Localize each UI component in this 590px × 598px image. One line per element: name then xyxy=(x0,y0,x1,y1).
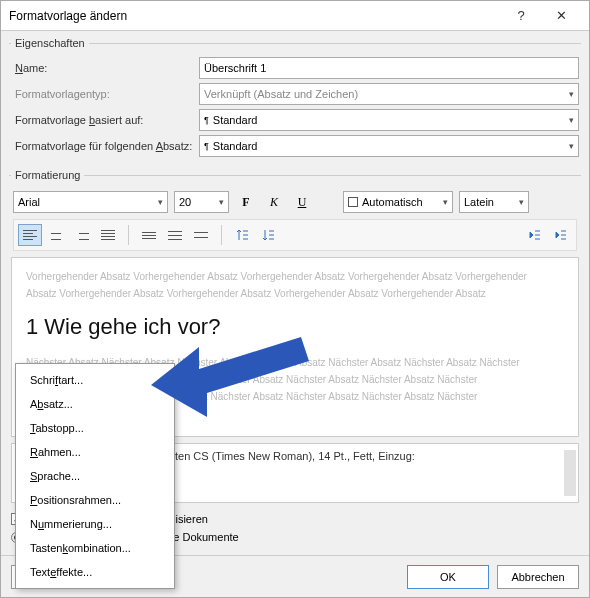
nextstyle-combo[interactable]: ¶ Standard ▾ xyxy=(199,135,579,157)
paragraph-icon: ¶ xyxy=(204,141,209,151)
format-menu-item[interactable]: Positionsrahmen... xyxy=(16,488,174,512)
align-left-button[interactable] xyxy=(18,224,42,246)
chevron-down-icon: ▾ xyxy=(443,197,448,207)
paragraph-icon: ¶ xyxy=(204,115,209,125)
align-justify-button[interactable] xyxy=(96,224,120,246)
chevron-down-icon: ▾ xyxy=(158,197,163,207)
preview-heading: 1 Wie gehe ich vor? xyxy=(26,314,564,340)
type-combo[interactable]: Verknüpft (Absatz und Zeichen) ▾ xyxy=(199,83,579,105)
format-menu-item[interactable]: Tabstopp... xyxy=(16,416,174,440)
para-space-increase-button[interactable] xyxy=(230,224,254,246)
chevron-down-icon: ▾ xyxy=(219,197,224,207)
font-family-combo[interactable]: Arial ▾ xyxy=(13,191,168,213)
indent-decrease-button[interactable] xyxy=(522,224,546,246)
properties-group: Eigenschaften Name: Formatvorlagentyp: V… xyxy=(9,37,581,163)
align-right-button[interactable] xyxy=(70,224,94,246)
basedon-label: Formatvorlage basiert auf: xyxy=(11,114,199,126)
format-menu: Schriftart...Absatz...Tabstopp...Rahmen.… xyxy=(15,363,175,589)
font-color-combo[interactable]: Automatisch ▾ xyxy=(343,191,453,213)
window-title: Formatvorlage ändern xyxy=(9,9,501,23)
spacing-double-button[interactable] xyxy=(189,224,213,246)
help-icon[interactable]: ? xyxy=(501,8,541,23)
scrollbar[interactable] xyxy=(564,450,576,496)
chevron-down-icon: ▾ xyxy=(569,141,574,151)
spacing-single-button[interactable] xyxy=(137,224,161,246)
para-space-decrease-button[interactable] xyxy=(256,224,280,246)
italic-button[interactable]: K xyxy=(263,191,285,213)
align-center-button[interactable] xyxy=(44,224,68,246)
spacing-medium-button[interactable] xyxy=(163,224,187,246)
color-swatch-icon xyxy=(348,197,358,207)
nextstyle-label: Formatvorlage für folgenden Absatz: xyxy=(11,140,199,152)
chevron-down-icon: ▾ xyxy=(569,89,574,99)
cancel-button[interactable]: Abbrechen xyxy=(497,565,579,589)
ok-button[interactable]: OK xyxy=(407,565,489,589)
formatting-legend: Formatierung xyxy=(11,169,84,181)
dialog-window: Formatvorlage ändern ? ✕ Eigenschaften N… xyxy=(0,0,590,598)
properties-legend: Eigenschaften xyxy=(11,37,89,49)
close-icon[interactable]: ✕ xyxy=(541,8,581,23)
name-input[interactable] xyxy=(199,57,579,79)
name-label: Name: xyxy=(11,62,199,74)
script-combo[interactable]: Latein ▾ xyxy=(459,191,529,213)
paragraph-toolbar xyxy=(13,219,577,251)
format-menu-item[interactable]: Absatz... xyxy=(16,392,174,416)
basedon-combo[interactable]: ¶ Standard ▾ xyxy=(199,109,579,131)
format-menu-item[interactable]: Texteffekte... xyxy=(16,560,174,584)
font-size-combo[interactable]: 20 ▾ xyxy=(174,191,229,213)
format-menu-item[interactable]: Tastenkombination... xyxy=(16,536,174,560)
chevron-down-icon: ▾ xyxy=(519,197,524,207)
indent-increase-button[interactable] xyxy=(548,224,572,246)
format-menu-item[interactable]: Schriftart... xyxy=(16,368,174,392)
format-menu-item[interactable]: Nummerierung... xyxy=(16,512,174,536)
underline-button[interactable]: U xyxy=(291,191,313,213)
title-bar: Formatvorlage ändern ? ✕ xyxy=(1,1,589,31)
format-menu-item[interactable]: Rahmen... xyxy=(16,440,174,464)
formatting-group: Formatierung Arial ▾ 20 ▾ F K U Automati… xyxy=(9,169,581,257)
type-label: Formatvorlagentyp: xyxy=(11,88,199,100)
format-menu-item[interactable]: Sprache... xyxy=(16,464,174,488)
bold-button[interactable]: F xyxy=(235,191,257,213)
chevron-down-icon: ▾ xyxy=(569,115,574,125)
